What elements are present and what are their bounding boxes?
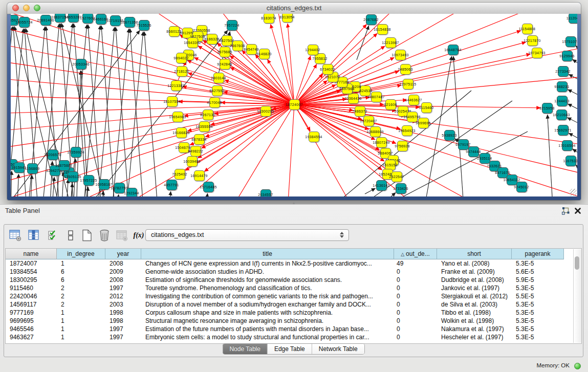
graph-node[interactable]: 16671358 [124, 17, 135, 28]
memory-ok-icon[interactable] [574, 363, 581, 369]
table-settings-icon[interactable] [9, 229, 21, 242]
cell-year[interactable]: 1997 [105, 325, 141, 333]
cell-out-de-[interactable]: 0 [394, 276, 437, 284]
graph-node[interactable]: 8215958 [542, 103, 553, 114]
graph-node[interactable]: 16648784 [448, 45, 459, 55]
cell-year[interactable]: 2008 [105, 276, 141, 284]
cell-pagerank[interactable]: 5.3E-5 [512, 300, 564, 309]
cell-name[interactable]: 9463627 [6, 333, 57, 341]
cell-name[interactable]: 18300295 [6, 276, 57, 284]
graph-node[interactable]: 14136141 [376, 180, 387, 191]
graph-node[interactable]: 8454749 [246, 44, 257, 55]
graph-node[interactable]: 10654112 [507, 174, 517, 185]
cell-title[interactable]: Corpus callosum shape and size in male p… [141, 309, 394, 317]
cell-year[interactable]: 1998 [105, 309, 141, 317]
graph-node[interactable]: 18107554 [167, 96, 178, 107]
cell-year[interactable]: 1997 [105, 333, 141, 341]
row-height-icon[interactable] [64, 229, 77, 242]
graph-node[interactable]: 9245012 [516, 182, 527, 192]
graph-node[interactable]: 16914479 [194, 170, 205, 181]
column-header-short[interactable]: short [437, 249, 512, 259]
cell-pagerank[interactable]: 5.5E-5 [512, 292, 564, 300]
graph-node[interactable]: 15751074 [565, 36, 576, 47]
graph-node[interactable]: 621606 [385, 99, 396, 110]
cell-short[interactable]: Tibbo et al. (1998) [437, 309, 512, 317]
cell-short[interactable]: Hescheler et al. (1997) [437, 333, 512, 341]
graph-node[interactable]: 8186328 [207, 34, 217, 45]
cell-name[interactable]: 9699695 [6, 317, 57, 325]
cell-title[interactable]: Genome-wide association studies in ADHD. [141, 268, 394, 276]
cell-short[interactable]: Stergiakouli et al. (2012) [437, 292, 512, 300]
graph-node[interactable]: 9146820 [259, 49, 270, 59]
cell-pagerank[interactable]: 5.3E-5 [512, 325, 564, 333]
graph-node[interactable]: 1527602 [82, 14, 93, 24]
graph-node[interactable]: 3824534 [360, 85, 371, 96]
graph-node[interactable]: 13505135 [68, 171, 78, 182]
graph-node[interactable]: 7625402 [175, 169, 185, 180]
cell-pagerank[interactable]: 5.3E-5 [512, 333, 564, 341]
graph-node[interactable]: 8267130 [203, 110, 213, 120]
graph-node[interactable]: 17957225 [83, 175, 94, 186]
cell-name[interactable]: 9465546 [6, 325, 57, 333]
graph-node[interactable]: 19166825 [176, 127, 187, 138]
table-row[interactable]: 911546021997Tourette syndrome. Phenomeno… [6, 284, 581, 292]
cell-short[interactable]: Dudbridge et al. (2008) [437, 276, 512, 284]
graph-node[interactable]: 10807487 [371, 92, 382, 102]
new-file-icon[interactable] [81, 229, 93, 242]
graph-node[interactable]: 5938923 [444, 130, 455, 141]
graph-node[interactable]: 8427552 [212, 85, 223, 96]
graph-node[interactable]: 2803144 [213, 73, 224, 83]
select-rows-icon[interactable] [47, 229, 59, 242]
graph-node[interactable]: 8660123 [169, 26, 180, 37]
table-row[interactable]: 1938455462009Genome-wide association stu… [6, 268, 581, 276]
table-selector-dropdown[interactable]: citations_edges.txt [145, 229, 349, 241]
graph-node[interactable]: 4170048 [209, 97, 220, 108]
graph-node[interactable]: 10719155 [110, 15, 121, 26]
window-titlebar[interactable]: citations_edges.txt [7, 3, 581, 14]
cell-pagerank[interactable]: 5.3E-5 [512, 284, 564, 292]
cell-title[interactable]: Estimation of significance thresholds fo… [141, 276, 394, 284]
cell-title[interactable]: Changes of HCN gene expression and I(f) … [141, 259, 394, 268]
column-header-in-degree[interactable]: in_degree [57, 249, 105, 259]
graph-node[interactable]: 16875887 [59, 160, 70, 171]
graph-node[interactable]: 6734022 [322, 64, 333, 75]
graph-node[interactable]: 3675685 [220, 47, 230, 57]
tab-edge-table[interactable]: Edge Table [268, 344, 312, 354]
delete-icon[interactable] [98, 229, 111, 242]
float-panel-icon[interactable] [562, 207, 570, 215]
graph-node[interactable]: 2718120 [177, 66, 187, 77]
graph-node[interactable]: 16782759 [114, 183, 125, 193]
cell-short[interactable]: Franke et al. (2009) [437, 268, 512, 276]
cell-out-de-[interactable]: 0 [394, 333, 437, 341]
table-row[interactable]: 1872400712008Changes of HCN gene express… [6, 259, 581, 268]
cell-title[interactable]: Investigating the contribution of common… [141, 292, 394, 300]
cell-in-degree[interactable]: 1 [57, 317, 105, 325]
graph-node[interactable]: 16958167 [99, 179, 110, 190]
graph-node[interactable]: 18807249 [376, 137, 387, 148]
graph-node[interactable]: 15046798 [179, 142, 189, 153]
graph-node[interactable]: 18300295 [260, 106, 271, 117]
cell-title[interactable]: Disruption of a novel member of a sodium… [141, 300, 394, 309]
graph-node[interactable]: 4857791 [166, 180, 177, 190]
graph-node[interactable]: 16355554 [199, 121, 210, 132]
cell-out-de-[interactable]: 0 [394, 317, 437, 325]
graph-node[interactable]: 11154808 [522, 24, 533, 34]
cell-out-de-[interactable]: 0 [394, 292, 437, 300]
cell-year[interactable]: 2008 [105, 259, 141, 268]
tab-node-table[interactable]: Node Table [223, 344, 268, 354]
graph-node[interactable]: 1292344 [126, 188, 137, 197]
graph-node[interactable]: 20053346 [76, 59, 86, 70]
graph-node[interactable]: 1935972 [11, 15, 18, 26]
select-column-icon[interactable] [28, 229, 40, 242]
cell-short[interactable]: de Silva et al. (2003) [437, 300, 512, 309]
graph-node[interactable]: 1294402 [308, 45, 318, 55]
resize-grip[interactable] [570, 189, 577, 196]
cell-pagerank[interactable]: 5.3E-5 [512, 309, 564, 317]
graph-node[interactable]: 8313054 [282, 14, 293, 23]
graph-node[interactable]: 15720407 [363, 116, 374, 126]
graph-node[interactable]: 8912954 [182, 28, 193, 38]
graph-node[interactable]: 18724007 [289, 99, 300, 110]
graph-node[interactable]: 10688609 [370, 126, 381, 137]
graph-node[interactable]: 7515526 [139, 20, 149, 31]
graph-node[interactable]: 2522547 [391, 171, 402, 182]
